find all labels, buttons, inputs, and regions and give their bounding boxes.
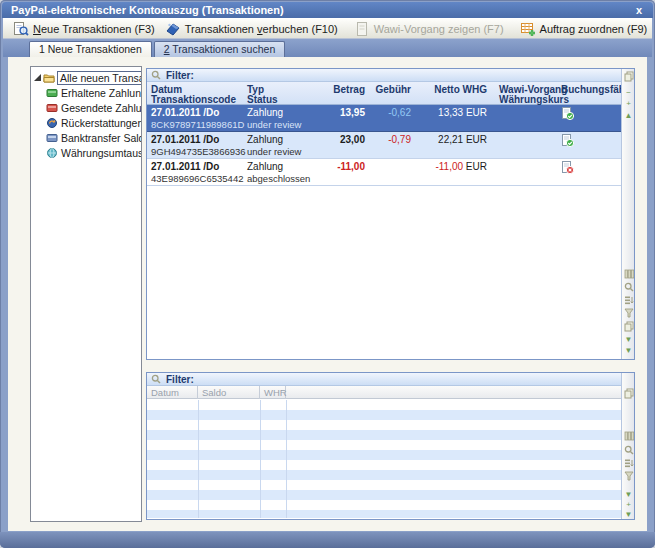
- copy-grid-button[interactable]: [623, 71, 634, 85]
- column-header-netto-whg[interactable]: Netto WHG: [397, 84, 487, 95]
- sent-payments-icon: [46, 102, 58, 114]
- tree-item-label: Gesendete Zahlungen: [61, 102, 142, 114]
- search-grid-button[interactable]: [623, 445, 634, 458]
- cell-typ: Zahlung: [247, 161, 283, 172]
- tree-item-label: Alle neuen Transaktionen: [57, 71, 142, 85]
- bookable-check-icon: [561, 134, 574, 147]
- toolbar: Neue Transaktionen (F3) Transaktionen ve…: [3, 18, 652, 39]
- saldo-grid: Filter: Datum Saldo WHR ▼ + ▼: [146, 372, 635, 520]
- saldo-header-row: Datum Saldo WHR: [147, 386, 634, 399]
- filter-grid-button[interactable]: [623, 471, 634, 484]
- saldo-filter-bar[interactable]: Filter:: [147, 373, 634, 386]
- export-grid-button[interactable]: [623, 321, 634, 335]
- tree-item-waehrungsumtausch[interactable]: Währungsumtausch: [31, 145, 141, 160]
- tree-item-alle-neuen-transaktionen[interactable]: Alle neuen Transaktionen: [31, 70, 141, 85]
- tree-item-rueckerstattungen[interactable]: Rückerstattungen: [31, 115, 141, 130]
- transactions-filter-bar[interactable]: Filter:: [147, 69, 634, 82]
- cell-buchungsfaehig: [561, 107, 574, 122]
- cell-datum: 27.01.2011 /Do: [151, 134, 219, 145]
- filter-grid-button[interactable]: [623, 308, 634, 321]
- column-chooser-button[interactable]: [623, 269, 634, 282]
- cell-netto-whg: 13,33 EUR: [397, 107, 487, 118]
- column-separator: [286, 400, 287, 518]
- bank-transfer-icon: [46, 132, 58, 144]
- cell-betrag: -11,00: [305, 161, 365, 172]
- saldo-grid-sidebar: ▼ + ▼: [621, 373, 634, 519]
- table-plus-icon: [520, 21, 536, 37]
- cell-transaktionscode: 43E989696C6535442: [151, 173, 243, 184]
- column-header-waehrungskurs[interactable]: Währungskurs: [499, 94, 569, 105]
- received-payments-icon: [46, 87, 58, 99]
- filter-label: Filter:: [166, 374, 194, 385]
- tree-item-erhaltene-zahlungen[interactable]: Erhaltene Zahlungen: [31, 85, 141, 100]
- sort-grid-button[interactable]: [623, 458, 634, 471]
- transactions-rows: 27.01.2011 /Do 8CK9789711989861D Zahlung…: [147, 105, 621, 359]
- bookable-check-icon: [561, 107, 574, 120]
- refunds-icon: [46, 117, 58, 129]
- transaction-filter-tree: Alle neuen Transaktionen Erhaltene Zahlu…: [30, 66, 142, 522]
- folder-open-icon: [43, 72, 55, 84]
- close-button[interactable]: x: [636, 2, 642, 18]
- saldo-rows-empty: [147, 400, 621, 518]
- cell-datum: 27.01.2011 /Do: [151, 107, 219, 118]
- collapse-rows-button[interactable]: −: [623, 88, 634, 98]
- window-bottom-frame: [0, 532, 655, 548]
- cell-buchungsfaehig: [561, 161, 574, 176]
- cell-typ: Zahlung: [247, 107, 283, 118]
- copy-grid-button[interactable]: [623, 388, 634, 402]
- transactions-header-row: Datum Transaktionscode Typ Status Betrag…: [147, 82, 634, 105]
- assign-order-button[interactable]: Auftrag zuordnen (F9): [515, 19, 653, 38]
- column-header-transaktionscode[interactable]: Transaktionscode: [151, 94, 236, 105]
- transactions-grid: Filter: Datum Transaktionscode Typ Statu…: [146, 68, 635, 360]
- filter-magnifier-icon: [151, 374, 161, 384]
- page-magnifier-icon: [13, 21, 29, 37]
- expand-rows-button[interactable]: +: [623, 99, 634, 109]
- page-gray-icon: [354, 21, 370, 37]
- tree-item-banktransfer-saldo[interactable]: Banktransfer Saldo: [31, 130, 141, 145]
- tree-item-label: Banktransfer Saldo: [61, 132, 142, 144]
- cell-status: abgeschlossen: [247, 173, 310, 184]
- cell-status: under review: [247, 146, 301, 157]
- tab-neue-transaktionen[interactable]: 1 Neue Transaktionen: [29, 41, 152, 57]
- app-window: PayPal-elektronischer Kontoauszug (Trans…: [0, 0, 655, 548]
- tab-transaktionen-suchen[interactable]: 2 Transaktionen suchen: [154, 41, 286, 57]
- currency-exchange-icon: [46, 147, 58, 159]
- cell-transaktionscode: 8CK9789711989861D: [151, 119, 244, 130]
- column-header-status[interactable]: Status: [247, 94, 278, 105]
- post-transactions-icon: [165, 21, 181, 37]
- scroll-to-end-button[interactable]: ▼: [623, 510, 634, 520]
- transaction-row[interactable]: 27.01.2011 /Do 9GH494735E3866936 Zahlung…: [147, 132, 621, 159]
- tree-item-label: Währungsumtausch: [61, 147, 142, 159]
- column-header-whr[interactable]: WHR: [260, 386, 286, 399]
- column-chooser-button[interactable]: [623, 431, 634, 444]
- column-header-saldo[interactable]: Saldo: [198, 386, 260, 399]
- window-title: PayPal-elektronischer Kontoauszug (Trans…: [11, 4, 284, 16]
- new-transactions-button[interactable]: Neue Transaktionen (F3): [8, 19, 160, 38]
- transaction-row[interactable]: 27.01.2011 /Do 8CK9789711989861D Zahlung…: [147, 105, 621, 132]
- cell-status: under review: [247, 119, 301, 130]
- transaction-row[interactable]: 27.01.2011 /Do 43E989696C6535442 Zahlung…: [147, 159, 621, 186]
- cell-buchungsfaehig: [561, 134, 574, 149]
- cell-transaktionscode: 9GH494735E3866936: [151, 146, 246, 157]
- filter-label: Filter:: [166, 70, 194, 81]
- scroll-up-button[interactable]: ▲: [623, 111, 634, 121]
- tree-item-gesendete-zahlungen[interactable]: Gesendete Zahlungen: [31, 100, 141, 115]
- tree-expander-icon[interactable]: [34, 74, 41, 81]
- scroll-down-button[interactable]: ▼: [623, 335, 634, 345]
- expand-rows-button[interactable]: +: [623, 500, 634, 510]
- scroll-to-end-button[interactable]: ▼: [623, 346, 634, 356]
- tab-strip: 1 Neue Transaktionen 2 Transaktionen suc…: [3, 39, 652, 57]
- not-bookable-cross-icon: [561, 161, 574, 174]
- filter-magnifier-icon: [151, 70, 161, 80]
- search-grid-button[interactable]: [623, 282, 634, 295]
- scroll-down-button[interactable]: ▼: [623, 490, 634, 500]
- tree-item-label: Rückerstattungen: [61, 117, 142, 129]
- show-wawi-process-button[interactable]: Wawi-Vorgang zeigen (F7): [349, 19, 509, 38]
- cell-netto-whg: -11,00 EUR: [397, 161, 487, 172]
- post-transactions-button[interactable]: Transaktionen verbuchen (F10): [160, 19, 343, 38]
- sort-grid-button[interactable]: [623, 295, 634, 308]
- column-separator: [198, 400, 199, 518]
- column-header-datum[interactable]: Datum: [147, 386, 198, 399]
- transactions-grid-sidebar: − + ▲ ▼ ▼: [621, 69, 634, 359]
- cell-datum: 27.01.2011 /Do: [151, 161, 219, 172]
